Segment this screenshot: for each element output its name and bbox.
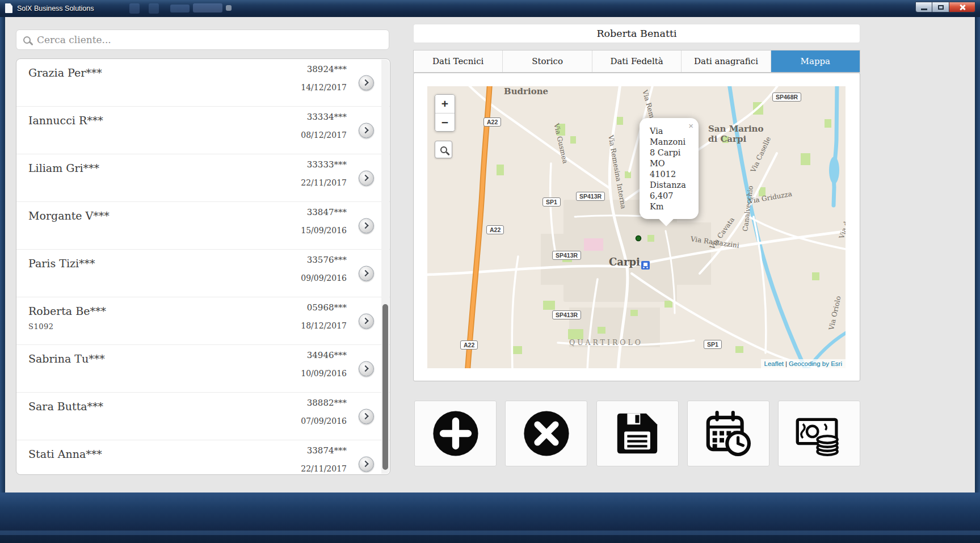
plus-circle-icon — [431, 409, 481, 458]
titlebar: SolX Business Solutions — [0, 0, 980, 17]
open-client-button[interactable] — [359, 123, 374, 138]
tab-storico[interactable]: Storico — [503, 50, 592, 72]
map-search-button[interactable] — [435, 141, 452, 158]
client-row[interactable]: Paris Tizi*** 33576*** 09/09/2016 — [16, 250, 390, 297]
minimize-button[interactable] — [915, 2, 932, 12]
floppy-disk-icon — [612, 409, 662, 458]
road-shield-sp468r: SP468R — [772, 92, 801, 102]
tab-dati-anagrafici[interactable]: Dati anagrafici — [682, 50, 771, 72]
road-shield-a22: A22 — [483, 117, 501, 127]
map-label-san-marino-line1: San Marino — [708, 124, 764, 134]
train-station-icon — [641, 261, 650, 270]
schedule-button[interactable] — [687, 401, 769, 466]
minimize-icon — [921, 9, 927, 10]
open-client-button[interactable] — [359, 266, 374, 281]
open-client-button[interactable] — [359, 456, 374, 472]
client-row[interactable]: Grazia Per*** 38924*** 14/12/2017 — [16, 59, 390, 107]
popup-close-button[interactable]: × — [688, 121, 693, 131]
client-row[interactable]: Liliam Gri*** 33333*** 22/11/2017 — [16, 154, 390, 202]
map-attribution: Leaflet|Geocoding by Esri — [761, 359, 846, 368]
client-row[interactable]: Sabrina Tu*** 34946*** 10/09/2016 — [16, 345, 390, 393]
cancel-button[interactable] — [505, 401, 587, 466]
popup-address-text: Via Manzoni 8 Carpi MO 41012 Distanza 6,… — [650, 126, 686, 212]
scrollbar-thumb[interactable] — [382, 304, 388, 470]
map-canvas[interactable]: Budrione San Marino di Carpi Carpi QUART… — [427, 86, 846, 368]
customer-name-header: Roberta Benatti — [413, 24, 860, 43]
titlebar-glass-artifact — [149, 3, 159, 14]
main-content: Grazia Per*** 38924*** 14/12/2017 Iannuc… — [5, 17, 975, 493]
client-date: 09/09/2016 — [301, 273, 347, 283]
client-name: Morgante V*** — [28, 209, 110, 222]
chevron-right-icon — [362, 365, 368, 372]
road-shield-sp413r: SP413R — [552, 310, 581, 319]
open-client-button[interactable] — [359, 409, 374, 424]
money-icon — [794, 409, 844, 458]
payment-button[interactable] — [778, 401, 860, 466]
client-row[interactable]: Morgante V*** 33847*** 15/09/2016 — [16, 202, 390, 250]
window-frame-right — [975, 17, 980, 493]
client-row[interactable]: Sara Butta*** 38882*** 07/09/2016 — [16, 393, 390, 440]
road-shield-sp413r: SP413R — [576, 192, 605, 201]
detail-tabs: Dati Tecnici Storico Dati Fedeltà Dati a… — [413, 50, 860, 73]
geocoding-link[interactable]: Geocoding by Esri — [789, 360, 842, 367]
open-client-button[interactable] — [359, 218, 374, 233]
open-client-button[interactable] — [359, 75, 374, 90]
client-date: 15/09/2016 — [301, 226, 347, 235]
window-title: SolX Business Solutions — [17, 5, 94, 12]
zoom-out-button[interactable]: − — [435, 113, 455, 131]
chevron-right-icon — [362, 270, 368, 276]
client-code: 33576*** — [307, 255, 347, 265]
client-subtitle: S1092 — [28, 322, 54, 331]
zoom-in-button[interactable]: + — [435, 95, 455, 113]
chevron-right-icon — [362, 222, 368, 229]
window-frame-bottom — [0, 493, 980, 543]
client-row[interactable]: Iannucci R*** 33334*** 08/12/2017 — [16, 107, 390, 154]
maximize-icon — [938, 5, 944, 10]
road-shield-sp1: SP1 — [704, 340, 722, 349]
open-client-button[interactable] — [359, 361, 374, 376]
search-icon — [440, 146, 447, 153]
open-client-button[interactable] — [359, 170, 374, 186]
client-row[interactable]: Stati Anna*** 33874*** 22/11/2017 — [16, 440, 390, 475]
titlebar-glass-artifact — [170, 5, 190, 12]
client-name: Sabrina Tu*** — [28, 352, 105, 365]
client-list-scrollbar[interactable] — [381, 60, 389, 474]
client-date: 22/11/2017 — [301, 464, 347, 473]
tab-dati-fedelta[interactable]: Dati Fedeltà — [592, 50, 682, 72]
map-popup: × Via Manzoni 8 Carpi MO 41012 Distanza … — [640, 118, 699, 219]
client-name: Paris Tizi*** — [28, 257, 95, 270]
chevron-right-icon — [362, 79, 368, 86]
attribution-separator: | — [785, 360, 787, 367]
client-search-box — [16, 30, 389, 50]
search-icon — [23, 36, 31, 44]
close-button[interactable] — [949, 2, 975, 12]
tab-dati-tecnici[interactable]: Dati Tecnici — [414, 50, 503, 72]
chevron-right-icon — [362, 127, 368, 133]
client-date: 10/09/2016 — [301, 369, 347, 378]
client-name: Liliam Gri*** — [28, 162, 99, 174]
maximize-button[interactable] — [932, 2, 949, 12]
map-zoom-control: + − — [435, 94, 455, 132]
calendar-clock-icon — [703, 409, 753, 458]
client-row[interactable]: Roberta Be*** S1092 05968*** 18/12/2017 — [16, 297, 390, 345]
add-button[interactable] — [414, 401, 497, 466]
map-marker — [636, 236, 641, 241]
open-client-button[interactable] — [359, 313, 374, 329]
client-code: 33334*** — [307, 112, 347, 122]
client-code: 33874*** — [307, 445, 347, 456]
leaflet-link[interactable]: Leaflet — [764, 360, 784, 367]
client-code: 38882*** — [307, 398, 347, 408]
client-name: Roberta Be*** — [28, 305, 106, 317]
client-code: 05968*** — [307, 302, 347, 313]
client-date: 08/12/2017 — [301, 131, 347, 140]
client-name: Grazia Per*** — [28, 66, 102, 79]
save-button[interactable] — [596, 401, 679, 466]
road-shield-a22: A22 — [460, 340, 478, 350]
titlebar-glass-artifact — [193, 3, 222, 12]
search-input[interactable] — [37, 34, 382, 45]
tab-mappa[interactable]: Mappa — [771, 50, 860, 72]
client-name: Stati Anna*** — [28, 448, 102, 460]
map-label-quartirolo: QUARTIROLO — [569, 338, 643, 347]
map-label-budrione: Budrione — [504, 86, 548, 96]
client-code: 33333*** — [307, 159, 347, 170]
